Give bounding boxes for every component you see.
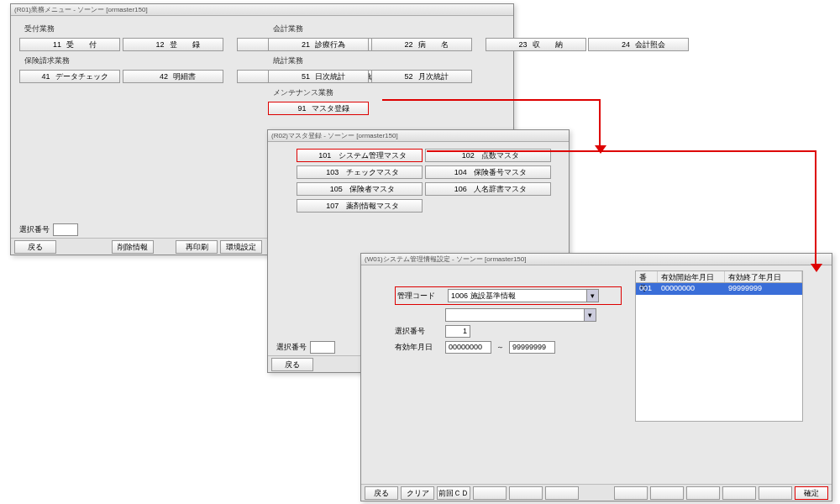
fbtn[interactable]	[686, 486, 720, 500]
fbtn[interactable]	[473, 486, 507, 500]
date-from[interactable]: 00000000	[445, 341, 491, 354]
sel-input[interactable]	[53, 223, 78, 236]
label-sel: 選択番号	[395, 326, 445, 337]
date-to[interactable]: 99999999	[509, 341, 555, 354]
group-hoken: 保険請求業務	[24, 55, 255, 66]
th-to: 有効終了年月日	[725, 271, 802, 282]
btn-back[interactable]: 戻る	[14, 240, 56, 254]
btn-21[interactable]: 21診療行為	[268, 38, 369, 51]
group-kaikei: 会計業務	[273, 24, 503, 34]
label-code: 管理コード	[397, 291, 448, 302]
btn-102[interactable]: 102 点数マスタ	[425, 149, 551, 162]
titlebar[interactable]: (W01)システム管理情報設定 - ソーンー [ormaster150]	[361, 254, 832, 265]
btn-107[interactable]: 107 薬剤情報マスタ	[297, 199, 423, 213]
btn-11[interactable]: 11受 付	[19, 38, 120, 51]
btn-prevcd[interactable]: 前回ＣＤ	[437, 486, 470, 500]
fbtn[interactable]	[614, 486, 648, 500]
sel-label: 選択番号	[276, 342, 307, 353]
btn-back[interactable]: 戻る	[365, 486, 398, 500]
fbtn[interactable]	[545, 486, 579, 500]
btn-104[interactable]: 104 保険番号マスタ	[425, 165, 551, 179]
sub-select[interactable]: ▾	[445, 308, 596, 322]
btn-101[interactable]: 101 システム管理マスタ	[297, 149, 423, 162]
fbtn[interactable]	[650, 486, 684, 500]
group-uketsuke: 受付業務	[24, 24, 255, 34]
btn-42[interactable]: 42明細書	[123, 70, 223, 83]
footer: 戻る クリア 前回ＣＤ 確定	[361, 484, 832, 501]
btn-91[interactable]: 91マスタ登録	[268, 102, 369, 115]
btn-reprint[interactable]: 再印刷	[176, 240, 218, 254]
btn-22[interactable]: 22病 名	[371, 38, 472, 51]
fbtn[interactable]	[722, 486, 756, 500]
btn-24[interactable]: 24会計照会	[588, 38, 689, 51]
result-table: 番号 有効開始年月日 有効終了年月日 001 00000000 99999999	[635, 270, 803, 422]
chevron-down-icon[interactable]: ▾	[586, 290, 598, 302]
sel-input[interactable]	[310, 341, 335, 354]
btn-ok[interactable]: 確定	[795, 486, 828, 500]
th-num: 番号	[636, 271, 658, 282]
btn-back[interactable]: 戻る	[271, 358, 313, 371]
sel-label: 選択番号	[19, 224, 50, 235]
titlebar[interactable]: (R02)マスタ登録 - ソーンー [ormaster150]	[268, 130, 569, 142]
fbtn[interactable]	[759, 486, 792, 500]
code-select[interactable]: 1006 施設基準情報▾	[448, 289, 599, 302]
sel-input[interactable]: 1	[445, 325, 470, 338]
chevron-down-icon[interactable]: ▾	[584, 309, 596, 321]
win-sysadmin: (W01)システム管理情報設定 - ソーンー [ormaster150] 管理コ…	[360, 253, 832, 501]
group-mainte: メンテナンス業務	[273, 87, 503, 98]
btn-52[interactable]: 52月次統計	[371, 70, 472, 83]
label-date: 有効年月日	[395, 342, 445, 353]
titlebar[interactable]: (R01)業務メニュー - ソーンー [ormaster150]	[11, 4, 513, 16]
btn-103[interactable]: 103 チェックマスタ	[297, 165, 423, 179]
th-from: 有効開始年月日	[658, 271, 725, 282]
btn-41[interactable]: 41データチェック	[19, 70, 120, 83]
btn-105[interactable]: 105 保険者マスタ	[297, 182, 423, 196]
fbtn[interactable]	[509, 486, 543, 500]
btn-12[interactable]: 12登 録	[123, 38, 223, 51]
btn-23[interactable]: 23収 納	[486, 38, 586, 51]
btn-51[interactable]: 51日次統計	[268, 70, 369, 83]
table-row[interactable]: 001 00000000 99999999	[636, 283, 802, 295]
btn-106[interactable]: 106 人名辞書マスタ	[425, 182, 551, 196]
btn-clear[interactable]: クリア	[401, 486, 434, 500]
date-sep: ～	[496, 342, 504, 353]
btn-env[interactable]: 環境設定	[220, 240, 262, 254]
btn-del[interactable]: 削除情報	[112, 240, 154, 254]
group-toukei: 統計業務	[273, 55, 503, 66]
